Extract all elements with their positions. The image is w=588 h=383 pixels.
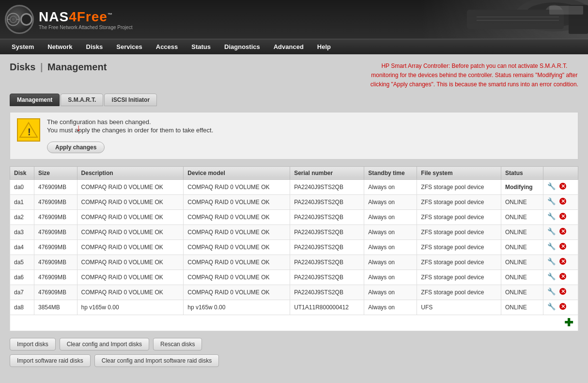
- logo-icon: [5, 5, 34, 34]
- edit-disk-icon-4[interactable]: 🔧: [547, 242, 557, 252]
- col-header-status: Status: [501, 166, 543, 179]
- navbar-item-advanced[interactable]: Advanced: [267, 39, 310, 54]
- bottom-buttons-row1: Import disksClear config and Import disk…: [10, 338, 578, 351]
- alert-message-2: You must apply the changes in order for …: [47, 127, 571, 134]
- cell-file-system-7: ZFS storage pool device: [417, 285, 501, 300]
- navbar-item-disks[interactable]: Disks: [79, 39, 110, 54]
- cell-standby-time-6: Always on: [364, 270, 417, 285]
- delete-disk-icon-7[interactable]: ✕: [559, 287, 569, 297]
- cell-disk-1: da1: [10, 194, 34, 209]
- svg-text:✕: ✕: [561, 243, 565, 249]
- edit-disk-icon-8[interactable]: 🔧: [547, 303, 557, 312]
- alert-message-1: The configuration has been changed.: [47, 118, 571, 126]
- title-sep: |: [40, 62, 43, 72]
- navbar-item-diagnostics[interactable]: Diagnostics: [217, 39, 267, 54]
- cell-actions-2: 🔧 ✕: [543, 209, 578, 224]
- cell-description-5: COMPAQ RAID 0 VOLUME OK: [77, 255, 184, 270]
- delete-disk-icon-2[interactable]: ✕: [559, 212, 569, 222]
- cell-disk-4: da4: [10, 239, 34, 255]
- cell-standby-time-7: Always on: [364, 285, 417, 300]
- cell-device-model-8: hp v165w 0.00: [184, 300, 290, 315]
- table-row: da6476909MBCOMPAQ RAID 0 VOLUME OKCOMPAQ…: [10, 270, 578, 285]
- logo-area: NAS4Free™ The Free Network Attached Stor…: [5, 5, 132, 34]
- arrow-annotation: ↓: [76, 122, 81, 133]
- cell-standby-time-0: Always on: [364, 179, 417, 194]
- col-header-description: Description: [77, 166, 184, 179]
- navbar: SystemNetworkDisksServicesAccessStatusDi…: [0, 39, 588, 54]
- cell-status-7: ONLINE: [501, 285, 543, 300]
- navbar-item-help[interactable]: Help: [310, 39, 338, 54]
- cell-size-8: 3854MB: [34, 300, 77, 315]
- clear-import-sw-raid-button[interactable]: Clear config and Import software raid di…: [94, 354, 219, 367]
- delete-disk-icon-8[interactable]: ✕: [559, 303, 569, 312]
- edit-disk-icon-5[interactable]: 🔧: [547, 257, 557, 267]
- edit-disk-icon-7[interactable]: 🔧: [547, 287, 557, 297]
- cell-device-model-1: COMPAQ RAID 0 VOLUME OK: [184, 194, 290, 209]
- cell-size-2: 476909MB: [34, 209, 77, 224]
- cell-disk-7: da7: [10, 285, 34, 300]
- cell-serial-number-7: PA2240J9STS2QB: [290, 285, 364, 300]
- delete-disk-icon-1[interactable]: ✕: [559, 197, 569, 207]
- warning-line1: HP Smart Array Controller: Before patch …: [381, 63, 567, 69]
- cell-file-system-1: ZFS storage pool device: [417, 194, 501, 209]
- cell-status-8: ONLINE: [501, 300, 543, 315]
- cell-file-system-6: ZFS storage pool device: [417, 270, 501, 285]
- delete-disk-icon-6[interactable]: ✕: [559, 272, 569, 282]
- alert-content: The configuration has been changed. You …: [47, 118, 571, 153]
- svg-text:✕: ✕: [561, 288, 565, 294]
- cell-device-model-6: COMPAQ RAID 0 VOLUME OK: [184, 270, 290, 285]
- cell-serial-number-3: PA2240J9STS2QB: [290, 224, 364, 239]
- navbar-item-status[interactable]: Status: [185, 39, 217, 54]
- cell-description-0: COMPAQ RAID 0 VOLUME OK: [77, 179, 184, 194]
- delete-disk-icon-3[interactable]: ✕: [559, 227, 569, 237]
- cell-standby-time-3: Always on: [364, 224, 417, 239]
- cell-description-1: COMPAQ RAID 0 VOLUME OK: [77, 194, 184, 209]
- import-sw-raid-button[interactable]: Import software raid disks: [10, 354, 91, 367]
- edit-disk-icon-0[interactable]: 🔧: [547, 182, 557, 192]
- edit-disk-icon-3[interactable]: 🔧: [547, 227, 557, 237]
- import-disks-button[interactable]: Import disks: [10, 338, 56, 351]
- tab-iscsi-initiator[interactable]: iSCSI Initiator: [104, 94, 157, 106]
- add-disk-button[interactable]: ✚: [563, 318, 574, 328]
- cell-actions-0: 🔧 ✕: [543, 179, 578, 194]
- cell-description-4: COMPAQ RAID 0 VOLUME OK: [77, 239, 184, 255]
- tab-s-m-a-r-t-[interactable]: S.M.A.R.T.: [61, 94, 103, 106]
- logo-text: NAS4Free™ The Free Network Attached Stor…: [39, 9, 132, 30]
- cell-status-1: ONLINE: [501, 194, 543, 209]
- delete-disk-icon-4[interactable]: ✕: [559, 242, 569, 252]
- svg-text:!: !: [28, 127, 31, 137]
- cell-standby-time-1: Always on: [364, 194, 417, 209]
- edit-disk-icon-6[interactable]: 🔧: [547, 272, 557, 282]
- tab-management[interactable]: Management: [10, 94, 60, 106]
- navbar-item-access[interactable]: Access: [149, 39, 185, 54]
- edit-disk-icon-1[interactable]: 🔧: [547, 197, 557, 207]
- navbar-item-network[interactable]: Network: [41, 39, 79, 54]
- alert-icon: !: [17, 118, 40, 142]
- cell-status-5: ONLINE: [501, 255, 543, 270]
- navbar-item-services[interactable]: Services: [109, 39, 149, 54]
- cell-serial-number-0: PA2240J9STS2QB: [290, 179, 364, 194]
- svg-text:✕: ✕: [561, 198, 565, 204]
- col-header-actions: [543, 166, 578, 179]
- cell-actions-7: 🔧 ✕: [543, 285, 578, 300]
- cell-status-4: ONLINE: [501, 239, 543, 255]
- clear-import-disks-button[interactable]: Clear config and Import disks: [60, 338, 149, 351]
- cell-disk-0: da0: [10, 179, 34, 194]
- cell-standby-time-8: Always on: [364, 300, 417, 315]
- delete-disk-icon-5[interactable]: ✕: [559, 257, 569, 267]
- svg-point-2: [12, 18, 15, 21]
- apply-changes-button[interactable]: Apply changes: [47, 142, 105, 153]
- cell-standby-time-5: Always on: [364, 255, 417, 270]
- logo-subtitle: The Free Network Attached Storage Projec…: [39, 25, 132, 30]
- edit-disk-icon-2[interactable]: 🔧: [547, 212, 557, 222]
- delete-disk-icon-0[interactable]: ✕: [559, 182, 569, 192]
- svg-text:✕: ✕: [561, 228, 565, 234]
- navbar-item-system[interactable]: System: [5, 39, 41, 54]
- cell-size-4: 476909MB: [34, 239, 77, 255]
- cell-size-7: 476909MB: [34, 285, 77, 300]
- tabs-row: ManagementS.M.A.R.T.iSCSI Initiator: [10, 94, 578, 106]
- page-title: Disks | Management: [10, 62, 107, 73]
- rescan-disks-button[interactable]: Rescan disks: [153, 338, 202, 351]
- cell-status-3: ONLINE: [501, 224, 543, 239]
- page-title-row: Disks | Management HP Smart Array Contro…: [10, 62, 578, 90]
